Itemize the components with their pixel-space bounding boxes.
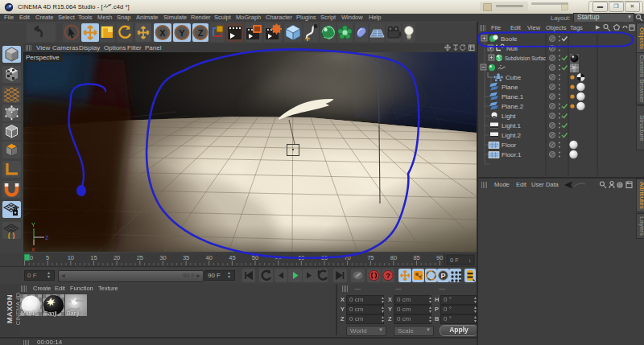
svg-text:15: 15	[90, 254, 97, 261]
svg-text:Z: Z	[198, 28, 204, 38]
svg-text:Floor.1: Floor.1	[502, 151, 522, 158]
svg-text:Z: Z	[45, 235, 49, 240]
svg-text:45: 45	[229, 254, 235, 261]
svg-text:60: 60	[298, 254, 304, 261]
svg-text:( ): ( )	[8, 232, 15, 240]
svg-text:P: P	[440, 272, 445, 280]
svg-text:Floor: Floor	[502, 142, 517, 149]
svg-text:Plane.1: Plane.1	[502, 93, 524, 101]
svg-text:80: 80	[390, 254, 397, 261]
svg-text:70: 70	[344, 254, 350, 261]
svg-text:Subdivision Surfac: Subdivision Surfac	[505, 55, 546, 62]
svg-text:90: 90	[436, 254, 443, 261]
svg-text:25: 25	[137, 254, 143, 261]
svg-text:5: 5	[46, 254, 49, 261]
svg-text:10: 10	[68, 254, 74, 261]
svg-text:30: 30	[159, 254, 166, 261]
svg-text:Plane: Plane	[502, 84, 518, 91]
svg-text:↕: ↕	[469, 258, 471, 263]
svg-text:Y: Y	[179, 28, 185, 38]
svg-text:Light.2: Light.2	[502, 132, 522, 139]
svg-text:0: 0	[30, 254, 33, 261]
svg-text:50: 50	[252, 254, 258, 261]
svg-text:X: X	[159, 28, 166, 38]
svg-text:65: 65	[321, 254, 328, 261]
svg-text:75: 75	[367, 254, 374, 261]
svg-text:Y: Y	[31, 222, 35, 228]
svg-text:Light.1: Light.1	[502, 122, 522, 129]
svg-text:>>: >>	[275, 254, 282, 261]
svg-text:0 F: 0 F	[450, 257, 459, 264]
svg-text:Null: Null	[506, 45, 518, 52]
svg-text:20: 20	[114, 254, 120, 261]
svg-text:Light: Light	[502, 113, 516, 120]
svg-text:?: ?	[386, 272, 390, 280]
svg-text:85: 85	[413, 254, 419, 261]
svg-text:X: X	[31, 247, 35, 252]
svg-text:Boole: Boole	[501, 35, 518, 43]
svg-text:Plane.2: Plane.2	[502, 103, 524, 110]
svg-text:40: 40	[206, 254, 213, 261]
svg-text:Cube: Cube	[506, 74, 522, 81]
svg-text:35: 35	[183, 254, 189, 261]
